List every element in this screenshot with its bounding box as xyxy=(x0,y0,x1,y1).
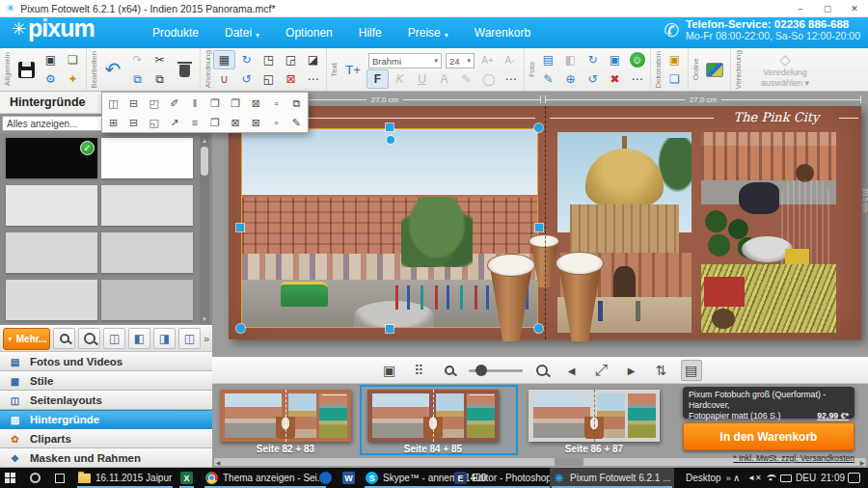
cut-button[interactable]: ✂ xyxy=(149,50,171,69)
font-size-select[interactable]: 24▾ xyxy=(446,53,475,68)
background-swatch[interactable] xyxy=(6,280,97,320)
add-page-before-button[interactable]: ❐ xyxy=(205,94,226,113)
add-photo-button[interactable]: ▤ xyxy=(537,50,559,69)
deco-image-button[interactable]: ▣ xyxy=(664,50,686,69)
remove-effect-button[interactable]: ✖ xyxy=(604,69,626,89)
more-anordnung-button[interactable]: ⋯ xyxy=(302,69,324,89)
format-brush-button[interactable]: ✐ xyxy=(164,94,184,113)
close-button[interactable]: ✕ xyxy=(841,0,868,17)
background-swatch-black[interactable]: ✓ xyxy=(6,138,97,178)
settings-button[interactable]: ⚙ xyxy=(40,69,62,89)
page-locked-button[interactable]: ▫ xyxy=(266,113,286,132)
zoom-slider-handle[interactable] xyxy=(475,365,487,376)
sidebar-item-hintergruende[interactable]: ▨Hintergründe xyxy=(0,410,212,429)
photo-rating-button[interactable]: ☺ xyxy=(626,50,648,69)
zoom-out-swatches-button[interactable] xyxy=(53,328,75,349)
photo-rotate-right-button[interactable]: ↻ xyxy=(582,50,604,69)
more-foto-button[interactable]: ⋯ xyxy=(626,69,648,89)
next-page-button[interactable]: ▶ xyxy=(621,360,642,381)
previous-page-button[interactable]: ◀ xyxy=(561,360,583,381)
sort-pages-button[interactable]: ⇅ xyxy=(651,360,672,381)
background-swatch-white[interactable] xyxy=(101,138,193,178)
taskbar-item-app[interactable] xyxy=(316,468,335,488)
scroll-left-icon[interactable]: ◀ xyxy=(214,458,222,466)
notification-center-button[interactable] xyxy=(845,468,863,488)
menu-hilfe[interactable]: Hilfe xyxy=(359,26,382,40)
maximize-button[interactable]: ▢ xyxy=(814,0,841,17)
sidebar-item-fotos-und-videos[interactable]: ▤Fotos und Videos xyxy=(0,352,212,371)
align-right-button[interactable]: ◱ xyxy=(144,113,164,132)
background-swatch[interactable] xyxy=(101,280,193,320)
align-center-v-button[interactable]: ⊞ xyxy=(103,113,123,132)
menu-warenkorb[interactable]: Warenkorb xyxy=(475,26,530,40)
map-button[interactable] xyxy=(701,50,728,89)
text-style-button[interactable]: ✎ xyxy=(455,69,477,89)
paste-button[interactable]: ⧉ xyxy=(149,69,171,89)
price-footnote-link[interactable]: * Inkl. MwSt. zzgl. Versandkosten xyxy=(683,453,854,463)
align-bottom-button[interactable]: ⊟ xyxy=(123,113,144,132)
magnet-button[interactable]: ∪ xyxy=(213,69,235,89)
font-select[interactable]: Brahmi▾ xyxy=(368,53,442,68)
grid-view-button[interactable]: ⠿ xyxy=(409,360,430,381)
bold-button[interactable]: F xyxy=(366,69,389,89)
volume-muted-icon[interactable]: ◄✕ xyxy=(745,468,765,488)
align-left-button[interactable]: ◰ xyxy=(144,94,164,113)
page-thumbnail-84-85[interactable] xyxy=(367,390,499,442)
align-top-button[interactable]: ⊟ xyxy=(123,94,144,113)
bring-forward-button[interactable]: ◳ xyxy=(258,50,280,69)
task-view-button[interactable] xyxy=(52,468,68,488)
align-center-h-button[interactable]: ◫ xyxy=(103,94,123,113)
page-blank-button[interactable]: ▫ xyxy=(266,94,286,113)
taskbar-item-excel[interactable]: X xyxy=(177,468,196,488)
clock[interactable]: 21:09 xyxy=(818,468,848,488)
distribute-h-button[interactable]: ‖ xyxy=(184,94,204,113)
apply-left-page-button[interactable]: ◧ xyxy=(128,328,150,349)
background-swatch[interactable] xyxy=(6,232,97,273)
send-backward-button[interactable]: ◱ xyxy=(258,69,280,89)
zoom-in-button[interactable] xyxy=(531,360,553,381)
search-button[interactable] xyxy=(27,468,43,488)
add-person-button[interactable]: ⊕ xyxy=(559,69,582,89)
sidebar-item-seitenlayouts[interactable]: ◫Seitenlayouts xyxy=(0,391,212,410)
photo-shape-button[interactable]: ◧ xyxy=(559,50,582,69)
delete-page-button[interactable]: ⊠ xyxy=(246,94,266,113)
add-to-cart-button[interactable]: In den Warenkorb xyxy=(683,422,854,450)
resize-button[interactable]: ↗ xyxy=(164,113,184,132)
apply-all-pages-button[interactable]: ◫ xyxy=(178,328,201,349)
rotate-left-button[interactable]: ↺ xyxy=(235,69,258,89)
bring-front-button[interactable]: ◲ xyxy=(280,50,302,69)
page-title[interactable]: The Pink City xyxy=(716,110,837,124)
page-spread[interactable]: The Pink City xyxy=(229,106,861,339)
delete-left-page-button[interactable]: ⊠ xyxy=(226,113,246,132)
sidebar-scrollbar[interactable]: ▲ ▼ xyxy=(200,136,209,323)
minimize-button[interactable]: – xyxy=(787,0,814,17)
scroll-down-icon[interactable]: ▼ xyxy=(200,314,209,323)
scrollbar-handle[interactable] xyxy=(201,147,208,176)
edit-photo-button[interactable]: ✎ xyxy=(537,69,559,89)
desktop-toolbar[interactable]: Desktop» xyxy=(683,468,734,488)
scroll-right-icon[interactable]: ▶ xyxy=(858,458,866,466)
underline-button[interactable]: U xyxy=(411,69,433,89)
add-page-after-button[interactable]: ❐ xyxy=(226,94,246,113)
background-swatch[interactable] xyxy=(6,185,97,226)
fit-view-button[interactable]: ⤢ xyxy=(591,360,612,381)
save-button[interactable] xyxy=(13,50,40,89)
distribute-v-button[interactable]: ≡ xyxy=(184,113,204,132)
insert-page-button[interactable]: ❐ xyxy=(205,113,226,132)
taskbar-item-explorer[interactable]: 16.11.2015 Jaipur xyxy=(75,468,175,488)
scroll-up-icon[interactable]: ▲ xyxy=(200,136,209,145)
font-larger-button[interactable]: A+ xyxy=(476,50,499,69)
rotate-right-button[interactable]: ↻ xyxy=(235,50,258,69)
delete-right-page-button[interactable]: ⊠ xyxy=(246,113,266,132)
photo-street-vendor[interactable] xyxy=(701,132,836,333)
menu-produkte[interactable]: Produkte xyxy=(152,26,199,40)
zoom-out-button[interactable] xyxy=(439,360,460,381)
taskbar-item-chrome[interactable]: Thema anzeigen - Sei... xyxy=(203,468,328,488)
background-swatch[interactable] xyxy=(101,185,193,226)
menu-optionen[interactable]: Optionen xyxy=(285,26,333,40)
menu-preise[interactable]: Preise▾ xyxy=(408,26,448,40)
start-button[interactable] xyxy=(2,468,18,488)
assistant-button[interactable]: ✦ xyxy=(62,69,84,89)
language-indicator[interactable]: DEU xyxy=(793,468,819,488)
more-backgrounds-button[interactable]: ▼Mehr... xyxy=(3,328,50,350)
